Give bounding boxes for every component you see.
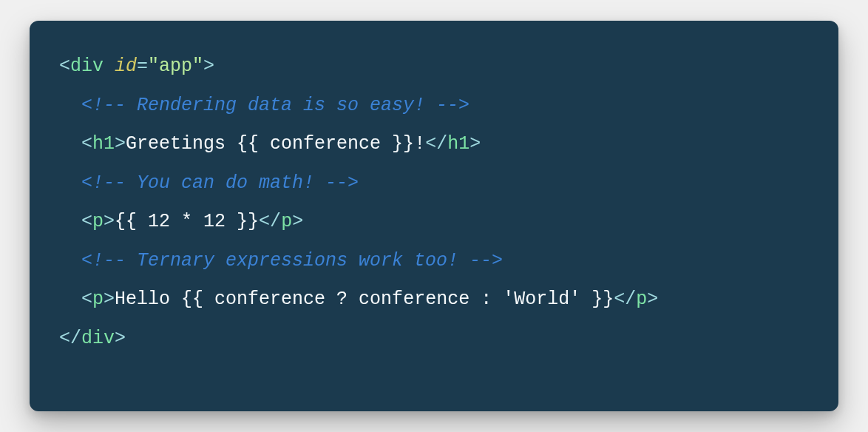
code-token-bracket: > (115, 328, 126, 349)
code-token-bracket: < (81, 133, 92, 155)
code-token-attr: id (115, 55, 137, 77)
code-token-tag: p (636, 288, 647, 310)
code-token-text (104, 55, 115, 77)
code-token-indent (59, 211, 81, 232)
code-token-bracket: > (647, 288, 658, 310)
code-token-bracket: > (104, 211, 115, 232)
code-token-bracket: > (469, 133, 481, 155)
code-token-bracket: > (292, 211, 303, 232)
code-token-comment: <!-- Rendering data is so easy! --> (81, 95, 469, 116)
code-token-text: Hello {{ conference ? conference : 'Worl… (115, 288, 614, 310)
code-token-bracket: </ (425, 133, 447, 155)
code-token-bracket: < (81, 288, 92, 310)
code-token-comment: <!-- You can do math! --> (81, 172, 359, 194)
code-line: <!-- Ternary expressions work too! --> (59, 250, 503, 271)
code-token-bracket: </ (614, 288, 636, 310)
code-token-tag: p (92, 211, 104, 232)
code-token-bracket: </ (59, 328, 81, 349)
code-block: <div id="app"> <!-- Rendering data is so… (59, 47, 809, 358)
code-token-indent (59, 250, 81, 271)
code-token-bracket: = (137, 55, 148, 77)
code-card: <div id="app"> <!-- Rendering data is so… (30, 21, 838, 411)
code-token-comment: <!-- Ternary expressions work too! --> (81, 250, 503, 271)
code-line: <!-- Rendering data is so easy! --> (59, 95, 469, 116)
code-token-bracket: > (104, 288, 115, 310)
code-token-tag: div (81, 328, 115, 349)
code-token-indent (59, 172, 81, 194)
code-token-tag: h1 (447, 133, 469, 155)
code-line: <h1>Greetings {{ conference }}!</h1> (59, 133, 481, 155)
code-token-indent (59, 288, 81, 310)
code-line: <!-- You can do math! --> (59, 172, 359, 194)
code-token-tag: h1 (92, 133, 115, 155)
code-token-string: "app" (148, 55, 203, 77)
code-token-bracket: </ (259, 211, 281, 232)
code-line: </div> (59, 328, 126, 349)
code-token-tag: p (281, 211, 292, 232)
code-token-text: {{ 12 * 12 }} (115, 211, 259, 232)
code-token-tag: div (70, 55, 104, 77)
code-token-bracket: < (59, 55, 70, 77)
code-token-bracket: > (203, 55, 214, 77)
code-token-bracket: < (81, 211, 92, 232)
code-line: <p>Hello {{ conference ? conference : 'W… (59, 288, 658, 310)
code-line: <p>{{ 12 * 12 }}</p> (59, 211, 303, 232)
code-line: <div id="app"> (59, 55, 214, 77)
code-token-indent (59, 95, 81, 116)
code-token-bracket: > (115, 133, 126, 155)
code-token-tag: p (92, 288, 104, 310)
code-token-indent (59, 133, 81, 155)
code-token-text: Greetings {{ conference }}! (126, 133, 425, 155)
